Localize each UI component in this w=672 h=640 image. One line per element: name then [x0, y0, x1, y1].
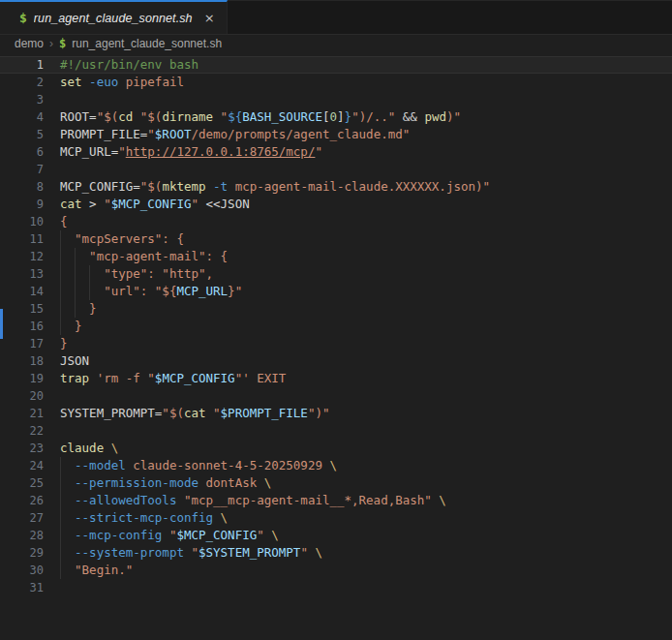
- code-token: $PROMPT_FILE: [221, 406, 308, 420]
- code-token: trap: [60, 371, 89, 385]
- code-line[interactable]: 11 "mcpServers": {: [0, 230, 672, 248]
- code-token: \: [221, 510, 229, 525]
- code-line[interactable]: 7: [0, 161, 672, 178]
- code-token: dontAsk: [206, 475, 258, 490]
- code-line[interactable]: 2set -euo pipefail: [0, 74, 672, 91]
- line-number: 16: [0, 318, 44, 335]
- line-number: 18: [0, 352, 44, 370]
- tab-run-agent-claude-sonnet[interactable]: $ run_agent_claude_sonnet.sh ×: [0, 0, 228, 34]
- code-token: ": [221, 109, 229, 124]
- code-token: PROMPT_FILE=: [60, 127, 147, 141]
- code-token: [162, 528, 169, 542]
- code-line[interactable]: 24 --model claude-sonnet-4-5-20250929 \: [0, 457, 672, 474]
- code-token: [213, 510, 221, 525]
- code-token: --model: [75, 458, 126, 472]
- code-line[interactable]: 14 "url": "${MCP_URL}": [0, 283, 672, 300]
- code-token: [60, 458, 75, 472]
- indent-guide: [75, 265, 76, 283]
- code-line[interactable]: 22: [0, 422, 672, 440]
- code-text: MCP_CONFIG="$(mktemp -t mcp-agent-mail-c…: [60, 178, 490, 196]
- indent-guide: [60, 283, 61, 300]
- code-line[interactable]: 1#!/usr/bin/env bash: [0, 56, 672, 74]
- code-line[interactable]: 21SYSTEM_PROMPT="$(cat "$PROMPT_FILE")": [0, 405, 672, 422]
- code-token: "': [235, 371, 250, 385]
- code-token: }": [228, 284, 242, 298]
- code-text: "type": "http",: [60, 265, 213, 283]
- code-text: --model claude-sonnet-4-5-20250929 \: [60, 457, 337, 474]
- code-token: ": [300, 545, 308, 560]
- code-text: --strict-mcp-config \: [60, 509, 228, 527]
- code-line[interactable]: 10{: [0, 213, 672, 230]
- code-line[interactable]: 29 --system-prompt "$SYSTEM_PROMPT" \: [0, 544, 672, 562]
- url-link[interactable]: http://127.0.0.1:8765/mcp/: [126, 144, 316, 159]
- breadcrumb-folder[interactable]: demo: [15, 37, 44, 50]
- code-token: claude: [60, 441, 104, 455]
- indent-guide: [60, 509, 61, 527]
- line-number: 25: [0, 474, 44, 492]
- code-token: --system-prompt: [75, 545, 184, 560]
- code-token: "$(: [140, 109, 163, 124]
- code-line[interactable]: 6MCP_URL="http://127.0.0.1:8765/mcp/": [0, 143, 672, 161]
- code-line[interactable]: 20: [0, 387, 672, 405]
- code-token: JSON: [60, 353, 89, 368]
- line-number: 30: [0, 562, 44, 579]
- indent-guide: [60, 300, 61, 318]
- code-line[interactable]: 17}: [0, 335, 672, 352]
- code-line[interactable]: 30 "Begin.": [0, 562, 672, 579]
- code-line[interactable]: 12 "mcp-agent-mail": {: [0, 248, 672, 265]
- code-token: dirname: [162, 109, 213, 124]
- code-line[interactable]: 5PROMPT_FILE="$ROOT/demo/prompts/agent_c…: [0, 126, 672, 143]
- code-token: [176, 493, 184, 507]
- code-line[interactable]: 27 --strict-mcp-config \: [0, 509, 672, 527]
- code-line[interactable]: 26 --allowedTools "mcp__mcp-agent-mail__…: [0, 492, 672, 509]
- code-line[interactable]: 19trap 'rm -f "$MCP_CONFIG"' EXIT: [0, 370, 672, 387]
- code-token: pwd: [424, 109, 446, 124]
- code-token: ": [147, 127, 155, 141]
- line-number: 5: [0, 126, 44, 143]
- close-icon[interactable]: ×: [204, 12, 215, 24]
- code-token: &&: [395, 109, 424, 124]
- code-token: "mcpServers": {: [60, 231, 184, 246]
- code-line[interactable]: 15 }: [0, 300, 672, 318]
- code-line[interactable]: 16 }: [0, 318, 672, 335]
- code-line[interactable]: 25 --permission-mode dontAsk \: [0, 474, 672, 492]
- code-token: "$(: [97, 109, 119, 124]
- code-line[interactable]: 31: [0, 579, 672, 596]
- code-token: }: [345, 109, 352, 124]
- code-token: --allowedTools: [75, 493, 176, 507]
- line-number: 8: [0, 178, 44, 196]
- breadcrumb-file[interactable]: run_agent_claude_sonnet.sh: [72, 37, 222, 50]
- code-line[interactable]: 23claude \: [0, 440, 672, 457]
- code-area[interactable]: 1#!/usr/bin/env bash2set -euo pipefail34…: [0, 52, 672, 596]
- code-token: SYSTEM_PROMPT=: [60, 406, 162, 420]
- code-token: mktemp: [162, 179, 205, 194]
- code-line[interactable]: 8MCP_CONFIG="$(mktemp -t mcp-agent-mail-…: [0, 178, 672, 196]
- code-token: <<JSON: [199, 197, 250, 211]
- code-text: trap 'rm -f "$MCP_CONFIG"' EXIT: [60, 370, 286, 387]
- code-token: ": [257, 528, 264, 542]
- code-token: [60, 510, 75, 525]
- code-token: [257, 475, 264, 490]
- code-token: mcp-agent-mail-claude.XXXXXX.json)": [235, 179, 490, 194]
- code-token: [60, 528, 75, 542]
- shell-script-icon: $: [19, 11, 27, 25]
- line-number: 2: [0, 74, 44, 91]
- code-token: [228, 179, 235, 194]
- code-text: {: [60, 213, 68, 230]
- tab-title: run_agent_claude_sonnet.sh: [34, 12, 193, 25]
- indent-guide: [60, 318, 61, 335]
- code-text: "url": "${MCP_URL}": [60, 283, 242, 300]
- code-text: JSON: [60, 352, 89, 370]
- code-line[interactable]: 28 --mcp-config "$MCP_CONFIG" \: [0, 527, 672, 544]
- tab-bar: $ run_agent_claude_sonnet.sh ×: [0, 0, 672, 35]
- code-text: claude \: [60, 440, 118, 457]
- code-line[interactable]: 4ROOT="$(cd "$(dirname "${BASH_SOURCE[0]…: [0, 108, 672, 126]
- chevron-right-icon: ›: [49, 37, 53, 50]
- code-token: 0: [330, 109, 338, 124]
- code-line[interactable]: 9cat > "$MCP_CONFIG" <<JSON: [0, 196, 672, 213]
- code-line[interactable]: 3: [0, 91, 672, 108]
- code-token: set: [60, 75, 82, 89]
- code-line[interactable]: 13 "type": "http",: [0, 265, 672, 283]
- code-token: "Begin.": [75, 563, 133, 577]
- code-line[interactable]: 18JSON: [0, 352, 672, 370]
